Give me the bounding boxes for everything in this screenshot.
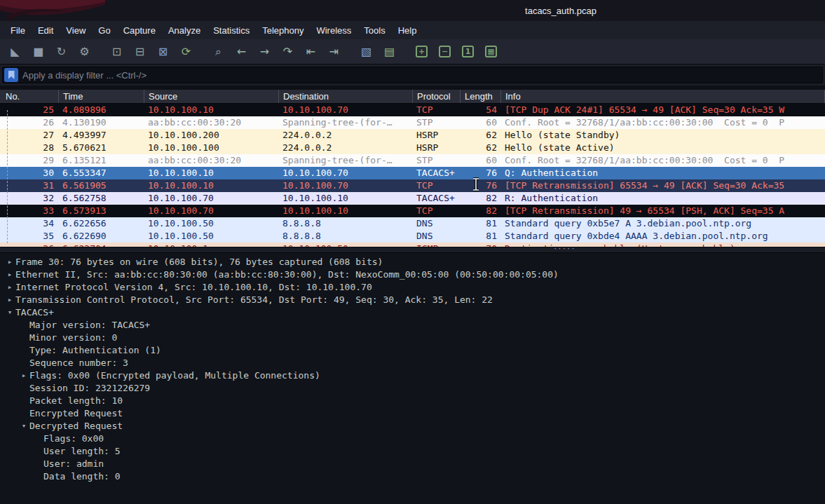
packet-row-26[interactable]: 264.130190aa:bb:cc:00:30:20Spanning-tree… [0, 116, 825, 129]
detail-line[interactable]: ▸Ethernet II, Src: aa:bb:cc:80:30:00 (aa… [0, 268, 825, 281]
collapsed-expander-icon[interactable]: ▸ [4, 256, 15, 268]
cell-destination: 10.10.100.10 [279, 205, 413, 217]
detail-line[interactable]: ▸Flags: 0x00 (Encrypted payload, Multipl… [0, 369, 825, 382]
menu-telephony[interactable]: Telephony [256, 22, 310, 39]
detail-text: User: admin [43, 458, 104, 470]
collapsed-expander-icon[interactable]: ▸ [4, 281, 15, 294]
last-packet-button[interactable]: ⇥ [325, 43, 343, 61]
detail-line[interactable]: ▸Frame 30: 76 bytes on wire (608 bits), … [0, 256, 825, 268]
cell-protocol: STP [413, 116, 461, 129]
packet-row-32[interactable]: 326.56275810.10.100.7010.10.100.10TACACS… [0, 192, 825, 205]
packet-row-25[interactable]: 254.08989610.10.100.1010.10.100.70TCP54[… [0, 104, 825, 116]
cell-info: Standard query 0xb5e7 A 3.debian.pool.nt… [501, 217, 825, 230]
menu-wireless[interactable]: Wireless [310, 22, 357, 39]
save-file-button[interactable]: ⊟ [130, 43, 149, 61]
detail-line[interactable]: Minor version: 0 [0, 332, 825, 344]
cell-source: 10.10.100.10 [144, 167, 279, 179]
detail-line[interactable]: Session ID: 2321226279 [0, 382, 825, 395]
menu-edit[interactable]: Edit [32, 22, 60, 39]
detail-line[interactable]: Encrypted Request [0, 407, 825, 420]
go-to-packet-icon: ↷ [283, 45, 292, 58]
detail-line[interactable]: ▸Internet Protocol Version 4, Src: 10.10… [0, 281, 825, 294]
column-header-info[interactable]: Info [501, 90, 825, 103]
detail-line[interactable]: ▾Decrypted Request [0, 420, 825, 433]
zoom-out-button[interactable]: − [435, 43, 454, 61]
display-filter-field [2, 67, 823, 83]
detail-line[interactable]: Packet length: 10 [0, 395, 825, 407]
packet-row-34[interactable]: 346.62265610.10.100.508.8.8.8DNS81Standa… [0, 217, 825, 230]
packet-row-29[interactable]: 296.135121aa:bb:cc:00:30:20Spanning-tree… [0, 154, 825, 167]
find-packet-button[interactable]: ⌕ [209, 43, 228, 61]
display-filter-input[interactable] [22, 70, 822, 81]
menu-statistics[interactable]: Statistics [207, 22, 256, 39]
packet-row-31[interactable]: 316.56190510.10.100.1010.10.100.70TCP76[… [0, 179, 825, 192]
menu-help[interactable]: Help [392, 22, 423, 39]
collapsed-expander-icon[interactable]: ▸ [4, 294, 15, 306]
cell-no: 26 [0, 116, 59, 129]
detail-line[interactable]: ▾TACACS+ [0, 306, 825, 319]
restart-capture-button[interactable]: ↻ [52, 43, 71, 61]
find-packet-icon: ⌕ [215, 45, 221, 58]
detail-line[interactable]: Data length: 0 [0, 470, 825, 483]
start-capture-button[interactable]: ◣ [6, 43, 25, 61]
menu-file[interactable]: File [4, 22, 32, 39]
detail-text: Internet Protocol Version 4, Src: 10.10.… [15, 281, 372, 294]
first-packet-button[interactable]: ⇤ [301, 43, 320, 61]
go-to-packet-button[interactable]: ↷ [278, 43, 297, 61]
menu-go[interactable]: Go [92, 22, 116, 39]
packet-row-27[interactable]: 274.49399710.10.100.200224.0.0.2HSRP62He… [0, 129, 825, 142]
zoom-100-icon: 1 [462, 46, 474, 57]
filter-bookmark-button[interactable] [4, 68, 18, 82]
detail-line[interactable]: User: admin [0, 458, 825, 470]
detail-line[interactable]: Flags: 0x00 [0, 433, 825, 445]
column-header-protocol[interactable]: Protocol [413, 90, 461, 103]
collapsed-expander-icon[interactable]: ▸ [4, 268, 15, 281]
pane-splitter[interactable]: ····· [0, 247, 825, 253]
detail-text: Type: Authentication (1) [29, 344, 161, 357]
packet-row-35[interactable]: 356.62269010.10.100.508.8.8.8DNS81Standa… [0, 230, 825, 243]
auto-scroll-button[interactable]: ▤ [380, 43, 399, 61]
go-back-button[interactable]: ← [232, 43, 251, 61]
expander-spacer [32, 433, 43, 445]
expanded-expander-icon[interactable]: ▾ [18, 420, 29, 433]
reload-file-button[interactable]: ⟳ [177, 43, 196, 61]
menu-analyze[interactable]: Analyze [162, 22, 207, 39]
collapsed-expander-icon[interactable]: ▸ [18, 369, 29, 382]
detail-line[interactable]: Major version: TACACS+ [0, 319, 825, 332]
stop-capture-button[interactable]: ■ [29, 43, 48, 61]
column-header-length[interactable]: Length [461, 90, 501, 103]
zoom-100-button[interactable]: 1 [458, 43, 477, 61]
cell-info: [TCP Retransmission] 49 → 65534 [PSH, AC… [501, 205, 825, 217]
splitter-grip[interactable]: ····· [554, 245, 576, 251]
packet-row-30[interactable]: 306.55334710.10.100.1010.10.100.70TACACS… [0, 167, 825, 179]
bookmark-icon [8, 71, 15, 79]
menu-tools[interactable]: Tools [357, 22, 391, 39]
menu-view[interactable]: View [60, 22, 92, 39]
zoom-in-button[interactable]: + [412, 43, 431, 61]
capture-options-button[interactable]: ⚙ [75, 43, 94, 61]
colorize-packets-button[interactable]: ▧ [357, 43, 376, 61]
cell-destination: 224.0.0.2 [279, 142, 413, 154]
detail-line[interactable]: User length: 5 [0, 445, 825, 458]
column-header-source[interactable]: Source [144, 90, 279, 103]
go-forward-button[interactable]: → [255, 43, 274, 61]
packet-row-28[interactable]: 285.67062110.10.100.100224.0.0.2HSRP62He… [0, 142, 825, 154]
column-header-time[interactable]: Time [59, 90, 144, 103]
detail-line[interactable]: Sequence number: 3 [0, 357, 825, 369]
stop-capture-icon: ■ [33, 45, 43, 58]
open-file-button[interactable]: ⊡ [107, 43, 126, 61]
detail-line[interactable]: Type: Authentication (1) [0, 344, 825, 357]
detail-text: Frame 30: 76 bytes on wire (608 bits), 7… [15, 256, 383, 268]
packet-row-33[interactable]: 336.57391310.10.100.7010.10.100.10TCP82[… [0, 205, 825, 217]
column-header-no[interactable]: No. [0, 90, 59, 103]
cell-no: 29 [0, 154, 59, 167]
resize-columns-button[interactable]: ▦ [482, 43, 500, 61]
cell-destination: Spanning-tree-(for-… [279, 116, 413, 129]
close-file-button[interactable]: ⊠ [154, 43, 172, 61]
detail-line[interactable]: ▸Transmission Control Protocol, Src Port… [0, 294, 825, 306]
expanded-expander-icon[interactable]: ▾ [4, 306, 15, 319]
menu-capture[interactable]: Capture [117, 22, 162, 39]
column-header-destination[interactable]: Destination [279, 90, 413, 103]
cell-time: 6.562758 [59, 192, 144, 205]
cell-destination: 10.10.100.70 [279, 167, 413, 179]
